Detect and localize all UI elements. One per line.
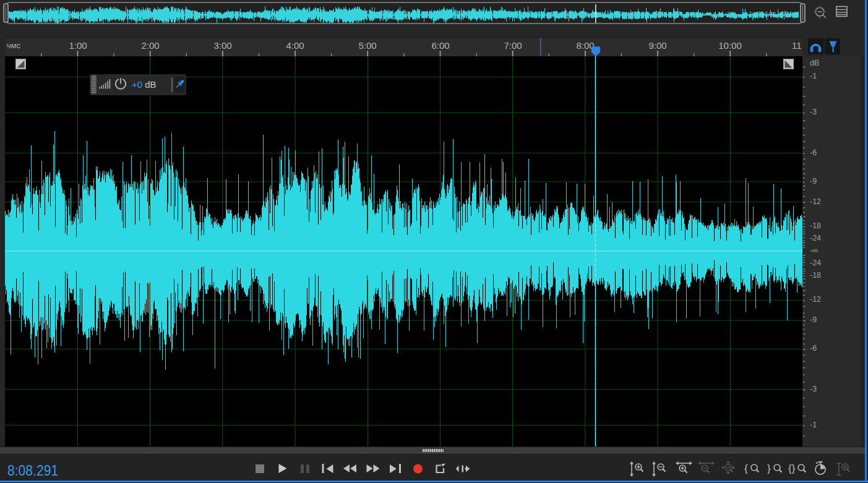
svg-text:{}: {} [788, 463, 796, 474]
svg-text:}: } [767, 463, 771, 474]
svg-text:{: { [744, 463, 748, 474]
